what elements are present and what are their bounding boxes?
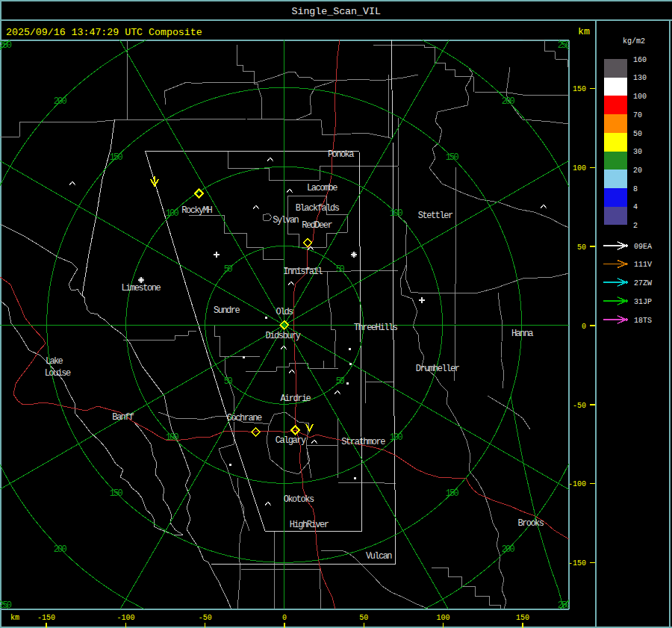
svg-text:Ponoka: Ponoka: [328, 149, 355, 160]
svg-text:8: 8: [633, 185, 638, 193]
svg-text:50: 50: [336, 264, 345, 275]
svg-text:Lacombe: Lacombe: [307, 183, 337, 193]
svg-text:2025/09/16 13:47:29 UTC Compos: 2025/09/16 13:47:29 UTC Composite: [6, 27, 202, 38]
svg-text:Strathmore: Strathmore: [341, 437, 385, 447]
svg-text:Drumheller: Drumheller: [416, 364, 460, 374]
svg-text:-100: -100: [568, 480, 586, 488]
svg-text:100: 100: [390, 432, 403, 443]
svg-text:Louise: Louise: [45, 368, 71, 379]
svg-text:Vulcan: Vulcan: [366, 551, 393, 562]
svg-text:50: 50: [359, 614, 368, 622]
svg-text:50: 50: [336, 376, 345, 387]
svg-text:250: 250: [0, 40, 12, 51]
svg-text:-150: -150: [37, 614, 55, 622]
svg-text:Stettler: Stettler: [418, 211, 453, 221]
svg-text:-50: -50: [573, 402, 586, 410]
svg-text:20: 20: [633, 167, 642, 175]
svg-text:100: 100: [390, 208, 403, 219]
svg-text:Cochrane: Cochrane: [227, 413, 262, 423]
svg-text:Olds: Olds: [276, 307, 293, 317]
svg-text:200: 200: [54, 96, 67, 107]
svg-text:Brooks: Brooks: [517, 518, 544, 529]
svg-text:Innisfail: Innisfail: [283, 267, 323, 277]
svg-text:100: 100: [437, 614, 450, 622]
svg-text:150: 150: [446, 152, 459, 163]
svg-text:160: 160: [633, 56, 647, 64]
svg-text:RockyMH: RockyMH: [181, 205, 212, 216]
svg-text:150: 150: [516, 614, 529, 622]
svg-text:50: 50: [224, 264, 233, 275]
svg-text:Hanna: Hanna: [511, 329, 534, 339]
svg-text:200: 200: [502, 96, 515, 107]
svg-text:100: 100: [166, 432, 179, 443]
svg-text:Lake: Lake: [46, 356, 63, 367]
svg-text:Limestone: Limestone: [122, 283, 161, 293]
svg-text:150: 150: [446, 488, 459, 499]
svg-text:Banff: Banff: [112, 412, 134, 423]
svg-text:Okotoks: Okotoks: [284, 494, 314, 505]
svg-text:Single_Scan_VIL: Single_Scan_VIL: [292, 6, 381, 17]
svg-text:50: 50: [577, 243, 586, 252]
svg-text:4: 4: [633, 203, 638, 211]
svg-text:0: 0: [282, 614, 287, 622]
svg-text:50: 50: [633, 130, 642, 138]
svg-text:-50: -50: [199, 614, 212, 622]
svg-text:Calgary: Calgary: [276, 435, 306, 446]
svg-text:31JP: 31JP: [634, 298, 652, 306]
svg-text:Didsbury: Didsbury: [266, 331, 301, 341]
svg-text:Sylvan: Sylvan: [273, 215, 299, 226]
svg-text:100: 100: [573, 164, 586, 172]
svg-text:30: 30: [633, 148, 642, 156]
svg-text:Airdrie: Airdrie: [280, 394, 311, 404]
svg-text:km: km: [10, 614, 19, 622]
svg-text:kg/m2: kg/m2: [623, 37, 645, 46]
svg-text:150: 150: [110, 488, 123, 499]
svg-text:130: 130: [633, 74, 647, 82]
svg-text:50: 50: [224, 376, 233, 387]
svg-text:150: 150: [573, 85, 586, 93]
svg-text:200: 200: [502, 544, 515, 555]
svg-text:HighRiver: HighRiver: [290, 520, 329, 530]
svg-text:ThreeHills: ThreeHills: [354, 323, 398, 333]
svg-text:Sundre: Sundre: [214, 305, 240, 316]
svg-text:27ZW: 27ZW: [634, 279, 652, 287]
svg-text:-100: -100: [116, 614, 134, 622]
svg-text:18TS: 18TS: [634, 317, 652, 325]
svg-text:111V: 111V: [634, 261, 652, 269]
svg-text:km: km: [578, 26, 590, 37]
svg-text:09EA: 09EA: [634, 243, 652, 251]
svg-text:70: 70: [633, 111, 642, 119]
svg-text:RedDeer: RedDeer: [302, 220, 332, 231]
svg-text:0: 0: [582, 323, 586, 331]
svg-text:-150: -150: [568, 559, 586, 568]
svg-text:250: 250: [558, 40, 571, 51]
svg-text:200: 200: [54, 544, 67, 555]
svg-text:100: 100: [633, 93, 647, 101]
svg-text:2: 2: [633, 222, 638, 230]
svg-text:150: 150: [110, 152, 123, 163]
svg-text:100: 100: [166, 208, 179, 219]
svg-text:Blackfalds: Blackfalds: [296, 203, 340, 214]
